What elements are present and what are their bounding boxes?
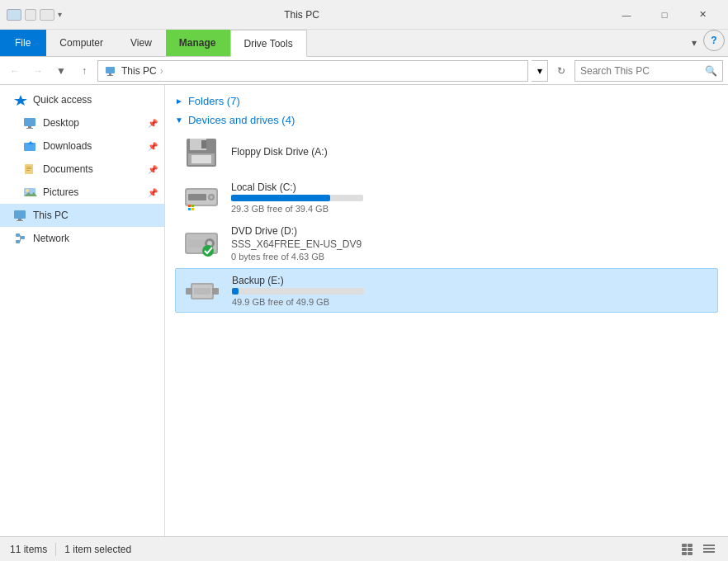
svg-rect-18 (17, 220, 23, 221)
back-button[interactable]: ← (5, 61, 25, 81)
address-dropdown[interactable]: ▾ (532, 60, 548, 82)
sidebar-downloads-label: Downloads (43, 140, 92, 152)
help-button[interactable]: ? (703, 30, 725, 51)
folders-section-header[interactable]: ► Folders (7) (175, 92, 718, 111)
maximize-button[interactable]: □ (645, 2, 683, 27)
sidebar-item-this-pc[interactable]: This PC (0, 204, 164, 227)
usb-icon (182, 274, 222, 307)
svg-rect-51 (688, 544, 693, 547)
svg-marker-3 (14, 95, 27, 106)
sidebar-item-pictures[interactable]: Pictures 📌 (0, 181, 164, 204)
search-box[interactable]: 🔍 (574, 60, 723, 82)
status-bar: 11 items 1 item selected (0, 536, 728, 561)
svg-point-32 (210, 196, 213, 199)
svg-rect-54 (682, 552, 687, 555)
c-free: 29.3 GB free of 39.4 GB (231, 204, 711, 214)
history-dropdown[interactable]: ▼ (51, 61, 71, 81)
quick-access-label: Quick access (33, 94, 92, 106)
sidebar-item-documents[interactable]: Documents 📌 (0, 158, 164, 181)
svg-point-44 (202, 245, 214, 257)
svg-rect-4 (24, 118, 35, 126)
tab-view[interactable]: View (117, 30, 166, 56)
svg-rect-0 (106, 67, 115, 73)
tab-computer[interactable]: Computer (46, 30, 117, 56)
drive-e[interactable]: Backup (E:) 49.9 GB free of 49.9 GB (175, 268, 718, 313)
search-input[interactable] (580, 65, 705, 77)
svg-rect-12 (26, 170, 30, 171)
network-icon (13, 233, 28, 244)
pin-icon-documents: 📌 (148, 165, 158, 174)
d-subname: SSS_X64FREE_EN-US_DV9 (231, 238, 711, 250)
svg-rect-52 (682, 548, 687, 551)
svg-rect-56 (703, 544, 715, 546)
svg-rect-26 (201, 140, 206, 148)
refresh-button[interactable]: ↻ (551, 61, 571, 81)
path-separator: › (160, 65, 163, 77)
tab-drive-tools[interactable]: Drive Tools (230, 30, 307, 57)
svg-rect-16 (14, 210, 26, 219)
svg-rect-33 (188, 194, 206, 200)
sidebar-documents-label: Documents (43, 163, 93, 175)
floppy-info: Floppy Disk Drive (A:) (231, 146, 711, 159)
e-bar-bg (232, 288, 364, 295)
svg-rect-10 (26, 167, 31, 167)
c-bar-fill (231, 195, 330, 201)
ribbon-expand[interactable]: ▾ (685, 30, 703, 56)
pin-icon-pictures: 📌 (148, 188, 158, 197)
drive-c[interactable]: Local Disk (C:) 29.3 GB free of 39.4 GB (175, 176, 718, 219)
sidebar-desktop-label: Desktop (43, 117, 79, 129)
up-button[interactable]: ↑ (74, 61, 94, 81)
drive-d[interactable]: DVD Drive (D:) SSS_X64FREE_EN-US_DV9 0 b… (175, 220, 718, 266)
dvd-icon (182, 227, 221, 260)
svg-rect-41 (188, 239, 205, 248)
svg-rect-2 (107, 75, 113, 76)
forward-button[interactable]: → (28, 61, 48, 81)
downloads-icon (23, 140, 38, 152)
c-name: Local Disk (C:) (231, 182, 711, 193)
window-title: This PC (0, 9, 607, 21)
e-free: 49.9 GB free of 49.9 GB (232, 297, 711, 307)
svg-rect-11 (26, 168, 31, 169)
sidebar-item-downloads[interactable]: Downloads 📌 (0, 134, 164, 158)
e-name: Backup (E:) (232, 275, 711, 286)
network-label: Network (33, 233, 69, 244)
tab-manage[interactable]: Manage (166, 30, 230, 56)
details-view-icon[interactable] (680, 542, 697, 557)
search-icon[interactable]: 🔍 (705, 65, 717, 77)
view-controls (680, 542, 718, 557)
svg-rect-49 (194, 288, 210, 295)
folders-header-label: Folders (7) (188, 95, 240, 107)
close-button[interactable]: ✕ (683, 2, 721, 27)
svg-rect-6 (26, 128, 33, 129)
e-info: Backup (E:) 49.9 GB free of 49.9 GB (232, 275, 711, 307)
status-separator (55, 543, 56, 556)
svg-rect-48 (212, 288, 219, 295)
drive-floppy[interactable]: Floppy Disk Drive (A:) (175, 131, 718, 174)
c-bar-bg (231, 195, 363, 201)
svg-rect-20 (21, 236, 25, 239)
svg-line-22 (20, 235, 21, 238)
devices-section-header[interactable]: ▼ Devices and drives (4) (175, 111, 718, 130)
ribbon-tab-bar: File Computer View Manage Drive Tools ▾ … (0, 30, 728, 56)
svg-rect-21 (16, 240, 20, 243)
address-path[interactable]: This PC › (97, 60, 528, 82)
svg-rect-55 (688, 552, 693, 555)
sidebar-quick-access[interactable]: Quick access (0, 88, 164, 111)
devices-chevron: ▼ (175, 116, 183, 125)
svg-point-14 (26, 189, 29, 192)
tab-file[interactable]: File (0, 30, 46, 56)
title-bar: ▾ This PC — □ ✕ (0, 0, 728, 30)
minimize-button[interactable]: — (607, 2, 645, 27)
address-bar: ← → ▼ ↑ This PC › ▾ ↻ 🔍 (0, 57, 728, 85)
svg-rect-53 (688, 548, 693, 551)
large-icons-view-icon[interactable] (702, 542, 718, 557)
sidebar: Quick access Desktop 📌 Downloads 📌 (0, 85, 165, 536)
sidebar-item-desktop[interactable]: Desktop 📌 (0, 111, 164, 134)
d-name: DVD Drive (D:) (231, 225, 711, 237)
e-bar-fill (232, 288, 239, 295)
this-pc-label: This PC (33, 210, 69, 221)
floppy-icon (182, 136, 221, 169)
sidebar-item-network[interactable]: Network (0, 227, 164, 250)
window-controls: — □ ✕ (607, 2, 721, 27)
svg-rect-28 (191, 155, 211, 163)
